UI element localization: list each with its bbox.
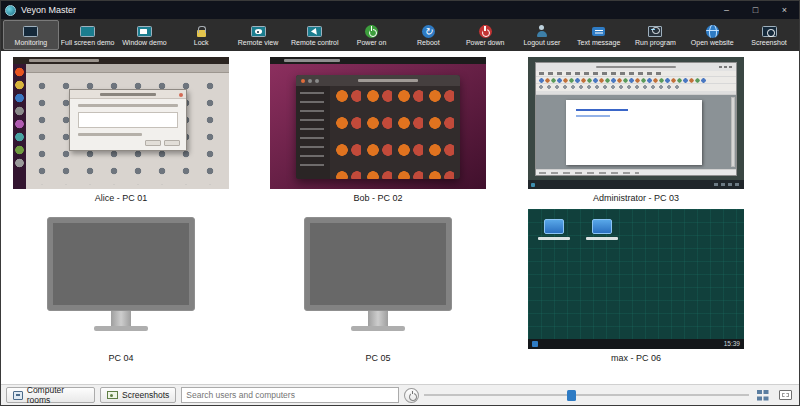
writer-format-toolbar — [536, 84, 736, 91]
computer-caption: PC 04 — [13, 353, 229, 363]
text-message-icon — [592, 24, 605, 38]
computer-thumbnail-bob[interactable] — [270, 57, 486, 189]
file-manager-icon-grid — [330, 86, 460, 179]
remote-view-icon — [251, 24, 266, 38]
monitor-base — [94, 326, 148, 331]
reboot-button[interactable]: Reboot — [400, 20, 456, 50]
remote-control-button[interactable]: Remote control — [287, 20, 343, 50]
desktop-icon — [586, 219, 618, 240]
printer-dialog — [69, 89, 187, 151]
open-website-button[interactable]: Open website — [684, 20, 740, 50]
computer-thumbnail-alice[interactable] — [13, 57, 229, 189]
dialog-list-box — [78, 112, 178, 128]
minimize-button[interactable]: – — [712, 1, 741, 19]
dialog-buttons — [145, 140, 180, 146]
auto-fit-icon — [779, 390, 792, 400]
computer-thumbnail-max[interactable]: 15:39 — [528, 209, 744, 349]
writer-titlebar — [536, 63, 736, 71]
veyon-logo-icon — [5, 5, 16, 16]
computer-cell-pc04: PC 04 — [13, 209, 229, 363]
dialog-text-line — [78, 104, 178, 107]
document-scrollbar — [731, 97, 735, 167]
run-program-button[interactable]: Run program — [628, 20, 684, 50]
desktop-icons — [538, 219, 618, 240]
screenshot-icon — [762, 24, 777, 38]
dialog-text-line — [78, 133, 142, 136]
writer-statusbar — [536, 169, 736, 175]
search-input[interactable] — [181, 387, 399, 403]
computer-thumbnail-pc05[interactable] — [270, 209, 486, 349]
printer-dialog-titlebar — [70, 90, 186, 99]
monitor-stand — [368, 311, 388, 326]
writer-document-area — [536, 95, 736, 169]
computer-cell-max: 15:39 max - PC 06 — [528, 209, 744, 363]
settings-window-header — [26, 64, 229, 73]
computer-rooms-icon — [13, 391, 23, 400]
monitoring-button[interactable]: Monitoring — [3, 20, 59, 50]
lock-button[interactable]: Lock — [173, 20, 229, 50]
veyon-master-window: Veyon Master – □ × Monitoring Full scree… — [0, 0, 800, 406]
power-on-icon — [365, 24, 378, 38]
desktop-taskbar: 15:39 — [528, 339, 744, 349]
computer-cell-bob: Bob - PC 02 — [270, 57, 486, 203]
computer-caption: Administrator - PC 03 — [528, 193, 744, 203]
window-demo-button[interactable]: Window demo — [117, 20, 173, 50]
computer-monitoring-view: Alice - PC 01 Bob - PC 02 — [1, 51, 799, 384]
window-demo-icon — [137, 24, 152, 38]
slider-handle[interactable] — [567, 390, 576, 401]
power-on-button[interactable]: Power on — [344, 20, 400, 50]
maximize-button[interactable]: □ — [741, 1, 770, 19]
custom-arrangement-button[interactable] — [754, 387, 772, 403]
run-program-icon — [648, 24, 662, 38]
computer-caption: max - PC 06 — [528, 353, 744, 363]
start-menu-icon — [532, 341, 538, 347]
computer-caption: Bob - PC 02 — [270, 193, 486, 203]
screenshots-button[interactable]: Screenshots — [100, 387, 176, 403]
screenshots-icon — [107, 391, 118, 399]
computer-caption: PC 05 — [270, 353, 486, 363]
computer-caption: Alice - PC 01 — [13, 193, 229, 203]
monitor-base — [351, 326, 405, 331]
offline-monitor-icon — [304, 217, 452, 311]
desktop-menubar — [13, 57, 229, 64]
slider-groove — [424, 394, 749, 396]
writer-toolbar — [536, 76, 736, 84]
statusbar: Computer rooms Screenshots — [1, 384, 799, 405]
screenshot-button[interactable]: Screenshot — [741, 20, 797, 50]
close-button[interactable]: × — [770, 1, 799, 19]
monitor-stand — [111, 311, 131, 326]
desktop-menubar — [270, 57, 486, 64]
file-manager-window — [296, 75, 460, 179]
offline-monitor-icon — [47, 217, 195, 311]
logout-user-button[interactable]: Logout user — [514, 20, 570, 50]
computer-cell-pc05: PC 05 — [270, 209, 486, 363]
document-page — [566, 100, 702, 165]
computer-rooms-button[interactable]: Computer rooms — [6, 387, 95, 403]
computer-cell-administrator: Administrator - PC 03 — [528, 57, 744, 203]
titlebar: Veyon Master – □ × — [1, 1, 799, 19]
taskbar-clock: 15:39 — [724, 339, 740, 349]
auto-fit-button[interactable] — [776, 387, 794, 403]
reboot-icon — [422, 24, 435, 38]
launcher-dock — [13, 64, 26, 189]
monitoring-icon — [23, 24, 38, 38]
writer-window — [535, 62, 737, 176]
remote-view-button[interactable]: Remote view — [230, 20, 286, 50]
grid-arrangement-icon — [757, 390, 768, 401]
logout-user-icon — [535, 24, 548, 38]
text-message-button[interactable]: Text message — [571, 20, 627, 50]
fullscreen-demo-button[interactable]: Full screen demo — [60, 20, 116, 50]
thumbnail-size-slider[interactable] — [424, 387, 749, 403]
file-manager-sidebar — [296, 86, 330, 179]
computer-thumbnail-pc04[interactable] — [13, 209, 229, 349]
remote-control-icon — [307, 24, 322, 38]
lock-icon — [197, 24, 206, 38]
file-manager-header — [296, 75, 460, 86]
power-down-button[interactable]: Power down — [457, 20, 513, 50]
power-state-filter-button[interactable] — [404, 388, 419, 403]
window-controls: – □ × — [712, 1, 799, 19]
computer-cell-alice: Alice - PC 01 — [13, 57, 229, 203]
window-title: Veyon Master — [21, 5, 76, 15]
computer-thumbnail-administrator[interactable] — [528, 57, 744, 189]
open-website-icon — [706, 24, 719, 38]
